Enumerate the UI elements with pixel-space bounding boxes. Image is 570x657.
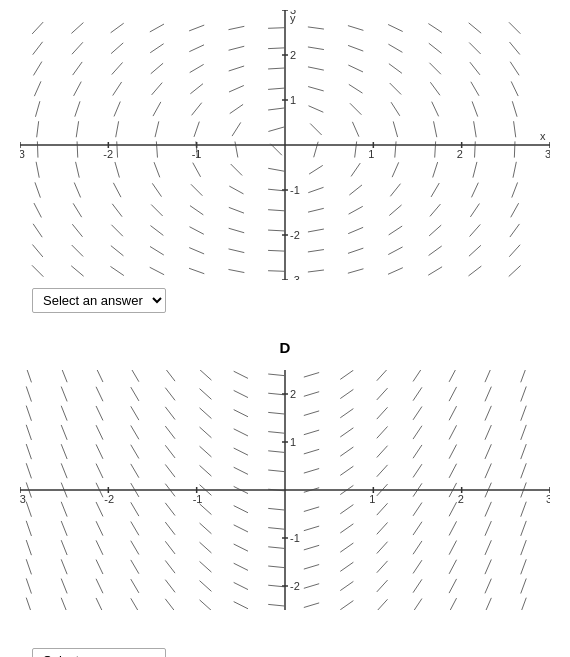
- top-answer-select[interactable]: Select an answer A B C D: [32, 288, 166, 313]
- top-section: Select an answer A B C D: [0, 0, 570, 331]
- bottom-section: Select an answer A B C D: [0, 360, 570, 657]
- bottom-answer-select[interactable]: Select an answer A B C D: [32, 648, 166, 657]
- section-d-label: D: [0, 339, 570, 356]
- top-select-wrapper: Select an answer A B C D: [32, 288, 538, 313]
- bottom-graph: [20, 370, 550, 640]
- top-graph: [20, 10, 550, 280]
- bottom-select-wrapper: Select an answer A B C D: [32, 648, 538, 657]
